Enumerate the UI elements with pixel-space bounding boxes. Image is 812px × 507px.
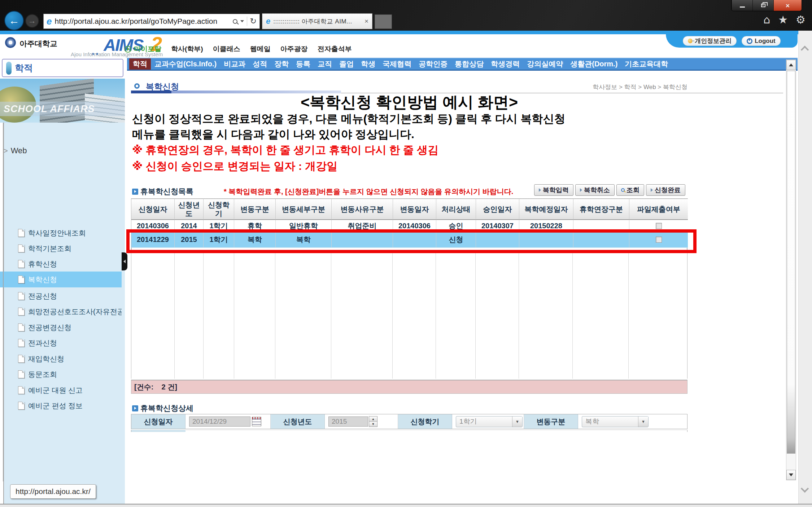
file-checkbox[interactable] (656, 237, 662, 243)
sidebar-item-record-basic[interactable]: 학적기본조회 (0, 241, 122, 256)
sidebar-item-major-preference[interactable]: 희망전공선호도조사(자유전공 (0, 304, 122, 319)
site-header: 아주대학교 .. AIMS 2 Ajou Information Managem… (0, 34, 812, 57)
dropdown-arrow-icon[interactable]: ▼ (638, 416, 648, 427)
sidebar-item-alumni[interactable]: 동문조회 (0, 366, 122, 382)
calendar-icon[interactable] (252, 417, 261, 426)
favorites-star-icon[interactable]: ★ (778, 14, 788, 25)
nav-item-clsinfo[interactable]: 교과수업(Cls.Info.) (151, 58, 220, 70)
logout-button[interactable]: Logout (742, 36, 781, 46)
forward-button[interactable]: → (25, 14, 39, 28)
nav-item-graduation[interactable]: 졸업 (336, 58, 357, 70)
sidebar-item-return-apply[interactable]: 복학신청 (0, 272, 122, 287)
nav-item-hakjeok[interactable]: 학적 (129, 58, 151, 70)
scroll-down-button[interactable] (786, 470, 796, 480)
chevron-left-icon (123, 260, 126, 263)
spinner-up-icon[interactable]: ▲ (369, 416, 377, 422)
nav-item-abeek[interactable]: 공학인증 (415, 58, 451, 70)
chevron-up-icon[interactable] (801, 46, 809, 54)
nav-item-registration[interactable]: 등록 (292, 58, 314, 70)
spinner-down-icon[interactable]: ▼ (369, 422, 377, 427)
close-button[interactable]: × (773, 0, 802, 11)
outer-scroll-strip (798, 31, 812, 507)
nav-item-dorm[interactable]: 생활관(Dorm.) (567, 58, 621, 70)
red-note1: ※ 휴학연장의 경우, 복학이 한 줄 생기고 휴학이 다시 한 줄 생김 (132, 143, 438, 158)
nav-item-grades[interactable]: 성적 (249, 58, 271, 70)
sidebar-item-calendar[interactable]: 학사일정안내조회 (0, 225, 122, 241)
utility-nav: 마이포탈 학사(학부) 이클래스 웹메일 아주광장 전자출석부 (125, 44, 352, 54)
file-checkbox[interactable] (656, 223, 662, 229)
sidebar-item-major-apply[interactable]: 전공신청 (0, 288, 122, 304)
browser-tab[interactable]: e :::::::::::::: 아주대학교 AIM... × (262, 13, 372, 29)
sidebar-item-label: 전공변경신청 (28, 323, 71, 332)
sidebar-item-readmission[interactable]: 재입학신청 (0, 351, 122, 367)
refresh-icon[interactable]: ↻ (250, 17, 257, 25)
url-text[interactable]: http://portal.ajou.ac.kr/portal/goToMyPa… (54, 17, 230, 26)
scroll-up-button[interactable] (786, 60, 796, 70)
return-cancel-button[interactable]: 복학취소 (575, 184, 615, 196)
content-scrollbar[interactable] (786, 59, 796, 480)
utility-nav-myportal[interactable]: 마이포탈 (125, 44, 161, 54)
restore-icon (761, 4, 765, 7)
settings-gear-icon[interactable]: ⚙ (796, 14, 806, 25)
utility-nav-attendance[interactable]: 전자출석부 (318, 44, 352, 54)
nav-item-teaching[interactable]: 교직 (314, 58, 336, 70)
sidebar-item-label: 복학신청 (28, 275, 57, 285)
nav-item-student[interactable]: 학생 (357, 58, 379, 70)
row-gap (131, 248, 687, 251)
col-file-submitted: 파일제출여부 (629, 198, 688, 220)
search-button[interactable]: 조회 (616, 184, 644, 196)
dropdown-arrow-icon[interactable]: ▼ (512, 416, 522, 427)
back-button[interactable]: ← (4, 11, 24, 30)
sidebar-item-major-change[interactable]: 전공변경신청 (0, 319, 122, 335)
col-change-subtype: 변동세부구분 (276, 198, 332, 220)
utility-nav-webmail[interactable]: 웹메일 (250, 44, 271, 54)
nav-item-bigyogwa[interactable]: 비교과 (220, 58, 249, 70)
return-input-button[interactable]: 복학입력 (534, 184, 573, 196)
apply-complete-button[interactable]: 신청완료 (646, 184, 685, 196)
magnifier-icon (621, 188, 625, 192)
utility-nav-eclass[interactable]: 이클래스 (213, 44, 240, 54)
sidebar-item-reserve-report[interactable]: 예비군 대원 신고 (0, 382, 122, 398)
sidebar-item-dept-transfer[interactable]: 전과신청 (0, 335, 122, 351)
nav-item-room-booking[interactable]: 강의실예약 (523, 58, 567, 70)
restore-button[interactable] (752, 0, 773, 11)
triangle-up-icon (789, 63, 793, 66)
apply-year-input[interactable]: 2015 (328, 416, 368, 427)
new-tab-button[interactable] (375, 14, 392, 29)
chevron-down-icon[interactable] (801, 485, 809, 493)
address-bar[interactable]: e http://portal.ajou.ac.kr/portal/goToMy… (43, 14, 260, 29)
sidebar-group-web[interactable]: >Web (4, 146, 27, 155)
col-return-date: 복학예정일자 (519, 198, 573, 220)
sidebar-item-reserve-info[interactable]: 예비군 편성 정보 (0, 398, 122, 414)
record-count-row: [건수: 2 건] (131, 380, 687, 394)
cell (332, 232, 393, 248)
table-row-2-highlighted[interactable]: 20141229 2015 1학기 복학 복학 신청 (131, 232, 688, 248)
tab-close-icon[interactable]: × (364, 17, 368, 25)
search-icon[interactable] (233, 19, 237, 24)
detail-section-title: 휴복학신청상세 (140, 403, 193, 413)
sidebar-item-leave-apply[interactable]: 휴학신청 (0, 256, 122, 272)
cell: 20140306 (393, 220, 436, 232)
table-row-1[interactable]: 20140306 2014 1학기 휴학 일반휴학 취업준비 20140306 … (131, 220, 688, 232)
sidebar-collapse-handle[interactable] (122, 252, 127, 270)
nav-item-scholarship[interactable]: 장학 (271, 58, 292, 70)
year-spinner[interactable]: ▲ ▼ (369, 416, 377, 427)
utility-nav-haksa[interactable]: 학사(학부) (171, 44, 203, 54)
sidebar-title-box: 학적 (2, 59, 123, 77)
field-label-apply-date: 신청일자 (131, 414, 185, 429)
privacy-settings-button[interactable]: 개인정보관리 (683, 36, 737, 46)
semester-select[interactable]: 1학기 ▼ (456, 416, 523, 427)
nav-item-international[interactable]: 국제협력 (379, 58, 415, 70)
utility-nav-ajou-square[interactable]: 아주광장 (280, 44, 308, 54)
scrollbar-thumb[interactable] (787, 71, 795, 454)
nav-item-basic-edu[interactable]: 기초교육대학 (621, 58, 672, 70)
nav-item-counseling[interactable]: 통합상담 (451, 58, 487, 70)
change-type-select[interactable]: 복학 ▼ (582, 416, 649, 427)
ie-tab-icon: e (266, 17, 270, 25)
apply-date-input[interactable]: 2014/12/29 (189, 416, 250, 427)
minimize-button[interactable] (732, 0, 752, 11)
col-apply-year: 신청년도 (175, 198, 204, 220)
home-icon[interactable]: ⌂ (763, 14, 770, 25)
search-dropdown-icon[interactable] (240, 20, 244, 22)
nav-item-career[interactable]: 학생경력 (487, 58, 523, 70)
